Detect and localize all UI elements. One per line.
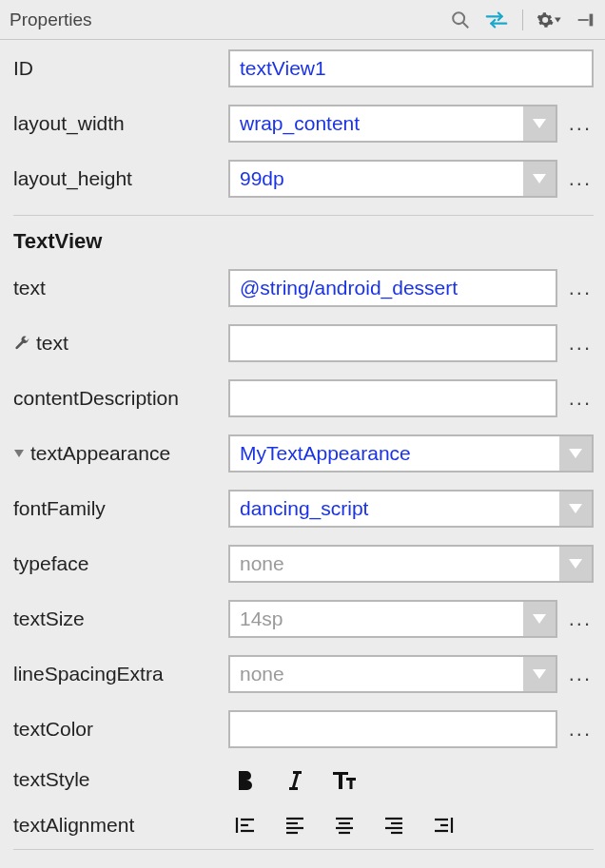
svg-marker-9 [14,450,24,457]
bold-toggle[interactable] [228,765,263,794]
layout-width-input[interactable] [228,105,557,143]
text-style-label: textStyle [13,768,228,791]
svg-marker-12 [569,559,582,569]
text-appearance-label: textAppearance [30,442,170,465]
svg-marker-7 [533,119,546,128]
content-description-more-button[interactable]: ... [567,386,594,411]
text-color-more-button[interactable]: ... [567,717,594,742]
id-label: ID [13,57,228,80]
text-size-toggle[interactable] [327,765,361,794]
wrench-icon [13,336,30,351]
text-color-input[interactable] [228,710,557,748]
svg-point-0 [453,12,464,24]
svg-marker-14 [533,669,546,679]
content-description-label: contentDescription [13,387,228,410]
section-title: TextView [13,229,594,254]
tool-text-more-button[interactable]: ... [567,331,594,356]
align-right-toggle[interactable] [377,811,411,839]
typeface-dropdown-button[interactable] [559,547,592,581]
font-family-input[interactable] [228,490,594,528]
swap-icon[interactable] [484,8,509,32]
tool-text-input[interactable] [228,324,557,362]
align-view-end-toggle[interactable] [426,811,460,839]
layout-height-input[interactable] [228,160,557,198]
header-divider [522,10,523,30]
gear-icon[interactable] [537,8,561,32]
line-spacing-label: lineSpacingExtra [13,663,228,685]
layout-width-dropdown-button[interactable] [523,106,556,141]
font-family-dropdown-button[interactable] [559,492,592,526]
text-size-dropdown-button[interactable] [523,602,556,636]
svg-marker-8 [533,174,546,183]
panel-header: Properties [0,0,605,40]
text-alignment-label: textAlignment [13,814,228,837]
tool-text-label: text [36,332,68,355]
text-appearance-dropdown-button[interactable] [559,436,592,471]
align-left-toggle[interactable] [278,811,312,839]
layout-height-more-button[interactable]: ... [567,166,594,191]
text-size-input[interactable] [228,600,557,638]
layout-width-label: layout_width [13,112,228,135]
typeface-label: typeface [13,552,228,575]
text-appearance-input[interactable] [228,434,594,473]
line-spacing-more-button[interactable]: ... [567,662,594,686]
text-input[interactable] [228,269,557,307]
layout-width-more-button[interactable]: ... [567,111,594,136]
line-spacing-dropdown-button[interactable] [523,657,556,691]
svg-marker-13 [533,614,546,624]
line-spacing-input[interactable] [228,655,557,693]
bottom-divider [13,849,594,850]
svg-marker-11 [569,504,582,513]
typeface-input[interactable] [228,545,594,583]
svg-marker-10 [569,449,582,458]
svg-line-1 [463,22,469,28]
text-color-label: textColor [13,718,228,741]
text-more-button[interactable]: ... [567,276,594,300]
align-view-start-toggle[interactable] [228,811,263,839]
font-family-label: fontFamily [13,497,228,520]
search-icon[interactable] [448,8,473,32]
expand-triangle-icon[interactable] [13,450,25,457]
align-center-toggle[interactable] [327,811,361,839]
text-size-label: textSize [13,608,228,630]
minimize-icon[interactable] [573,8,597,32]
italic-toggle[interactable] [278,765,312,794]
id-input[interactable] [228,49,594,87]
text-size-more-button[interactable]: ... [567,607,594,631]
content-description-input[interactable] [228,379,557,417]
panel-title: Properties [10,10,448,30]
svg-rect-6 [590,13,594,26]
text-label: text [13,277,228,299]
section-divider [13,215,594,216]
layout-height-label: layout_height [13,167,228,190]
svg-marker-4 [555,17,561,22]
layout-height-dropdown-button[interactable] [523,162,556,196]
